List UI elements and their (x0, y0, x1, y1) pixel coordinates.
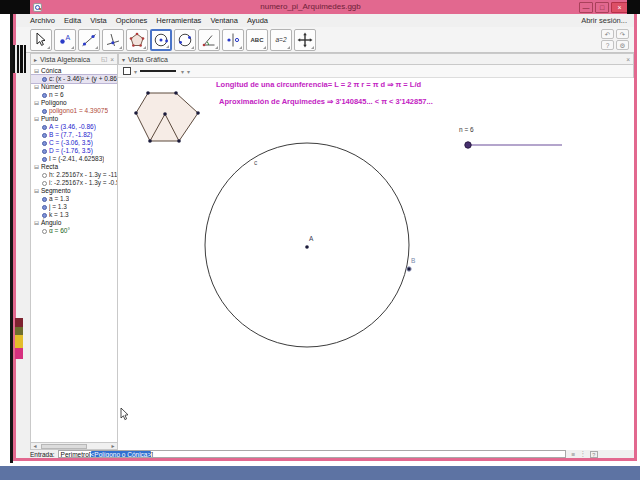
slider-tool[interactable]: a=2 (270, 29, 292, 51)
tree-item[interactable]: poligono1 = 4.39075 (31, 107, 117, 115)
tree-group-row[interactable]: ⊟ Polígono (31, 99, 117, 107)
tree-item[interactable]: h: 2.25167x - 1.3y = -11.44 (31, 171, 117, 179)
tree-item[interactable]: c: (x - 3.46)² + (y + 0.86)² (31, 75, 117, 83)
scroll-right-icon[interactable]: ▸ (109, 443, 117, 450)
chevron-down-icon[interactable]: ▾ (134, 68, 137, 75)
tree-group-row[interactable]: ⊟ Punto (31, 115, 117, 123)
graphics-close-icon[interactable]: × (626, 56, 630, 63)
graphics-canvas[interactable]: Longitud de una circunferencia= L = 2 π … (118, 78, 634, 450)
visibility-marble[interactable] (42, 229, 47, 234)
collapse-icon[interactable]: ⊟ (34, 187, 39, 195)
input-help-button[interactable]: ? (590, 451, 598, 458)
circle-center-point-tool[interactable] (150, 29, 172, 51)
visibility-marble[interactable] (42, 149, 47, 154)
collapse-icon[interactable]: ⊟ (34, 219, 39, 227)
menu-item[interactable]: Archivo (30, 16, 55, 25)
graphics-text-circumference[interactable]: Longitud de una circunferencia= L = 2 π … (216, 80, 421, 89)
toolbar: A ABC (16, 27, 634, 53)
tree-item[interactable]: i: -2.25167x - 1.3y = -0.59 (31, 179, 117, 187)
tree-item-label: C = (-3.06, 3.5) (49, 139, 93, 147)
visibility-marble[interactable] (42, 77, 47, 82)
slider-handle[interactable] (465, 142, 471, 148)
menu-item[interactable]: Edita (64, 16, 81, 25)
tree-item[interactable]: j = 1.3 (31, 203, 117, 211)
visibility-marble[interactable] (42, 157, 47, 162)
command-input[interactable]: Perimetro[<Polígono o Cónica>] (58, 450, 566, 458)
visibility-marble[interactable] (42, 141, 47, 146)
angle-tool[interactable] (198, 29, 220, 51)
tree-item[interactable]: n = 6 (31, 91, 117, 99)
graphics-text-archimedes[interactable]: Aproximación de Arquimedes ⇒ 3'140845...… (219, 97, 433, 106)
reflect-icon (225, 32, 241, 48)
algebra-scrollbar[interactable]: ◂ ▸ (30, 442, 118, 450)
visibility-marble[interactable] (42, 181, 47, 186)
polygon-tool[interactable] (126, 29, 148, 51)
visibility-marble[interactable] (42, 109, 47, 114)
point-A[interactable] (305, 245, 309, 249)
scrollbar-thumb[interactable] (41, 444, 87, 449)
tree-group-row[interactable]: ⊟ Cónica (31, 67, 117, 75)
collapse-icon[interactable]: ⊟ (34, 67, 39, 75)
tree-item[interactable]: B = (7.7, -1.82) (31, 131, 117, 139)
move-graphics-view-tool[interactable] (294, 29, 316, 51)
tree-item-label: n = 6 (49, 91, 64, 99)
visibility-marble[interactable] (42, 93, 47, 98)
tree-item[interactable]: A = (3.46, -0.86) (31, 123, 117, 131)
point-tool[interactable]: A (54, 29, 76, 51)
tree-item[interactable]: I = (-2.41, 4.62583) (31, 155, 117, 163)
scroll-left-icon[interactable]: ◂ (31, 443, 39, 450)
collapse-icon[interactable]: ⊟ (34, 99, 39, 107)
text-tool[interactable]: ABC (246, 29, 268, 51)
collapse-icon[interactable]: ⊟ (34, 83, 39, 91)
transform-tool[interactable] (222, 29, 244, 51)
tree-group-row[interactable]: ⊟ Ángulo (31, 219, 117, 227)
settings-gear-icon[interactable]: ⚙ (616, 40, 629, 50)
algebra-close-icon[interactable]: × (110, 56, 114, 63)
tree-item[interactable]: α = 60° (31, 227, 117, 235)
visibility-marble[interactable] (42, 213, 47, 218)
redo-icon[interactable]: ↷ (616, 29, 629, 39)
tree-group-row[interactable]: ⊟ Segmento (31, 187, 117, 195)
menu-item[interactable]: Ayuda (247, 16, 268, 25)
input-list-icon[interactable]: ≡ (572, 451, 576, 458)
menu-item[interactable]: Vista (90, 16, 107, 25)
visibility-marble[interactable] (42, 133, 47, 138)
sign-in-link[interactable]: Abrir sesión... (581, 16, 627, 25)
titlebar[interactable]: numero_pi_Arquimedes.ggb — □ × (16, 0, 634, 14)
tree-item[interactable]: C = (-3.06, 3.5) (31, 139, 117, 147)
tree-item[interactable]: k = 1.3 (31, 211, 117, 219)
menu-item[interactable]: Ventana (210, 16, 238, 25)
maximize-button[interactable]: □ (595, 2, 609, 13)
line-tool[interactable] (78, 29, 100, 51)
minimize-button[interactable]: — (579, 2, 593, 13)
close-button[interactable]: × (611, 2, 628, 13)
chevron-down-icon[interactable]: ▾ (122, 56, 125, 63)
tree-group-row[interactable]: ⊟ Número (31, 83, 117, 91)
chevron-down-icon[interactable]: ▾ (181, 68, 184, 75)
move-tool[interactable] (30, 29, 52, 51)
point-B[interactable] (407, 267, 411, 271)
tree-item[interactable]: D = (-1.76, 3.5) (31, 147, 117, 155)
menu-item[interactable]: Herramientas (156, 16, 201, 25)
tree-item[interactable]: a = 1.3 (31, 195, 117, 203)
color-swatch-button[interactable] (123, 67, 131, 75)
circle-c[interactable] (205, 143, 409, 347)
collapse-icon[interactable]: ⊟ (34, 115, 39, 123)
visibility-marble[interactable] (42, 173, 47, 178)
visibility-marble[interactable] (42, 125, 47, 130)
menu-item[interactable]: Opciones (116, 16, 148, 25)
perpendicular-line-tool[interactable] (102, 29, 124, 51)
tree-group-row[interactable]: ⊟ Recta (31, 163, 117, 171)
visibility-marble[interactable] (42, 205, 47, 210)
conic-tool[interactable] (174, 29, 196, 51)
chevron-down-icon[interactable]: ▾ (187, 68, 190, 75)
undock-icon[interactable]: ◱ (101, 55, 107, 63)
undo-icon[interactable]: ↶ (601, 29, 614, 39)
help-icon[interactable]: ? (601, 40, 614, 50)
chevron-right-icon[interactable]: ▸ (34, 56, 37, 63)
collapse-icon[interactable]: ⊟ (34, 163, 39, 171)
input-more-icon[interactable]: ⋮ (579, 450, 586, 458)
visibility-marble[interactable] (42, 197, 47, 202)
line-style-button[interactable] (140, 67, 178, 75)
barcode-overlay (13, 45, 26, 73)
